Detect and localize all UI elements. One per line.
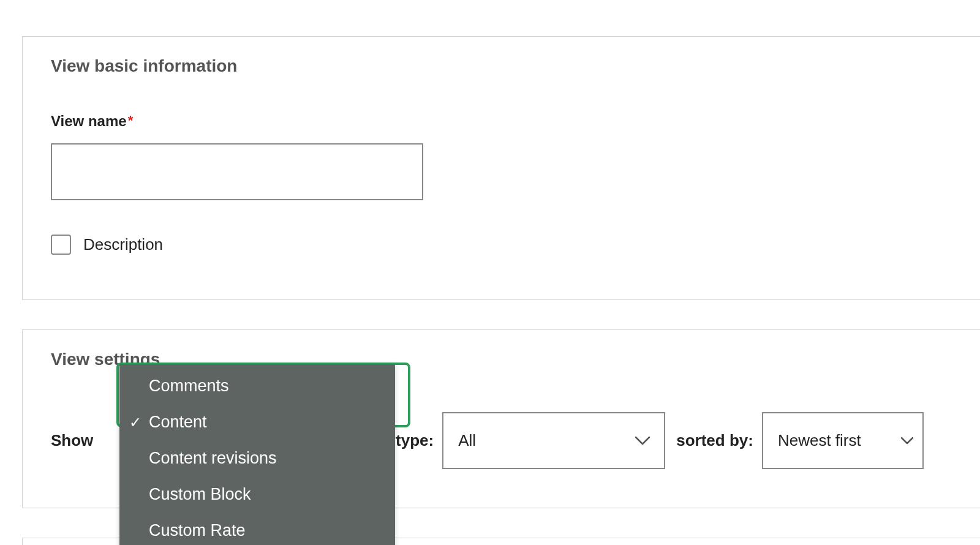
sorted-select-wrap: Newest first — [762, 412, 924, 469]
chevron-down-icon — [635, 436, 650, 446]
show-label: Show — [51, 431, 93, 450]
dropdown-option-label: Content revisions — [149, 449, 277, 467]
sorted-select[interactable]: Newest first — [762, 412, 924, 469]
sorted-by-label: sorted by: — [676, 431, 753, 450]
dropdown-option-comments[interactable]: Comments — [119, 368, 395, 404]
basic-info-panel: View basic information View name* Descri… — [22, 36, 980, 300]
dropdown-option-custom-rate[interactable]: Custom Rate — [119, 513, 395, 545]
dropdown-option-label: Content — [149, 413, 207, 431]
show-select-dropdown: Comments ✓ Content Content revisions Cus… — [119, 364, 395, 545]
check-icon: ✓ — [129, 413, 141, 432]
view-name-label-wrap: View name* — [51, 118, 133, 128]
dropdown-option-content[interactable]: ✓ Content — [119, 404, 395, 440]
description-row: Description — [51, 235, 952, 255]
description-label: Description — [83, 235, 163, 254]
chevron-down-icon — [900, 437, 914, 445]
dropdown-option-content-revisions[interactable]: Content revisions — [119, 440, 395, 476]
view-name-input[interactable] — [51, 143, 423, 200]
dropdown-option-label: Custom Block — [149, 485, 251, 503]
basic-info-heading: View basic information — [51, 56, 952, 76]
dropdown-option-label: Comments — [149, 377, 229, 395]
description-checkbox[interactable] — [51, 235, 71, 255]
dropdown-option-label: Custom Rate — [149, 521, 246, 539]
sorted-select-value: Newest first — [778, 431, 861, 450]
required-mark: * — [128, 113, 134, 128]
type-select[interactable]: All — [442, 412, 665, 469]
type-select-wrap: All — [442, 412, 665, 469]
dropdown-option-custom-block[interactable]: Custom Block — [119, 476, 395, 513]
view-settings-panel: View settings Show of type: All sorted b… — [22, 329, 980, 508]
view-name-label: View name — [51, 113, 127, 130]
type-select-value: All — [458, 431, 476, 450]
